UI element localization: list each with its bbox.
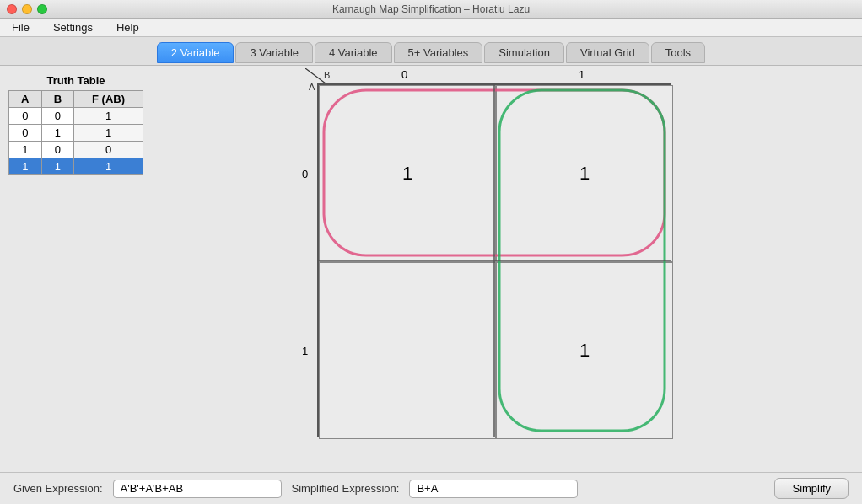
cell-a: 0 [9, 108, 42, 125]
kmap-cell-00: 1 [319, 85, 496, 262]
truth-table-row[interactable]: 100 [9, 142, 143, 158]
cell-b: 0 [41, 142, 74, 158]
tab-simulation[interactable]: Simulation [484, 42, 564, 63]
kmap-cell-01: 1 [496, 85, 673, 262]
menu-settings[interactable]: Settings [48, 19, 98, 35]
col-label-1: 1 [579, 68, 585, 81]
tab-tools[interactable]: Tools [651, 42, 705, 63]
col-header-b: B [41, 91, 74, 108]
truth-table-row[interactable]: 111 [9, 158, 143, 175]
minimize-button[interactable] [22, 4, 32, 14]
cell-b: 0 [41, 108, 74, 125]
truth-table-title: Truth Table [8, 74, 143, 87]
close-button[interactable] [7, 4, 17, 14]
window-title: Karnaugh Map Simplification – Horatiu La… [332, 3, 530, 15]
title-bar: Karnaugh Map Simplification – Horatiu La… [0, 0, 862, 19]
kmap-cell-10 [319, 262, 496, 439]
svg-text:A: A [309, 82, 315, 92]
kmap-area: B A 0 1 0 1 1 1 1 [152, 74, 854, 464]
truth-table-row[interactable]: 011 [9, 125, 143, 142]
cell-value-01: 1 [579, 163, 590, 185]
cell-f: 1 [74, 108, 143, 125]
row-label-0: 0 [302, 168, 308, 180]
col-header-f: F (AB) [74, 91, 143, 108]
truth-table: A B F (AB) 001011100111 [8, 90, 143, 175]
truth-table-section: Truth Table A B F (AB) 001011100111 [8, 74, 143, 464]
cell-f: 0 [74, 142, 143, 158]
simplified-expression-input[interactable] [409, 480, 578, 498]
tab-2variable[interactable]: 2 Variable [157, 42, 234, 63]
menu-file[interactable]: File [7, 19, 35, 35]
cell-a: 0 [9, 125, 42, 142]
col-label-0: 0 [401, 68, 407, 81]
kmap-container: B A 0 1 0 1 1 1 1 [317, 83, 688, 454]
cell-f: 1 [74, 158, 143, 175]
menu-bar: File Settings Help [0, 19, 862, 37]
svg-text:B: B [324, 70, 330, 80]
cell-f: 1 [74, 125, 143, 142]
given-expression-label: Given Expression: [13, 482, 103, 495]
tab-4variable[interactable]: 4 Variable [315, 42, 392, 63]
row-label-1: 1 [302, 345, 308, 357]
cell-a: 1 [9, 158, 42, 175]
cell-b: 1 [41, 158, 74, 175]
cell-b: 1 [41, 125, 74, 142]
kmap-cell-11: 1 [496, 262, 673, 439]
menu-help[interactable]: Help [111, 19, 144, 35]
maximize-button[interactable] [37, 4, 47, 14]
simplify-button[interactable]: Simplify [774, 478, 849, 499]
col-header-a: A [9, 91, 42, 108]
cell-value-00: 1 [402, 163, 412, 185]
kmap-grid: 1 1 1 [317, 83, 671, 437]
given-expression-input[interactable] [113, 480, 282, 498]
tab-virtualgrid[interactable]: Virtual Grid [566, 42, 649, 63]
cell-value-11: 1 [579, 340, 590, 362]
simplified-expression-label: Simplified Expression: [292, 482, 400, 495]
bottom-bar: Given Expression: Simplified Expression:… [0, 472, 862, 504]
tab-5plus[interactable]: 5+ Variables [394, 42, 483, 63]
window-controls [7, 4, 47, 14]
tab-3variable[interactable]: 3 Variable [235, 42, 313, 63]
cell-a: 1 [9, 142, 42, 158]
main-content: Truth Table A B F (AB) 001011100111 B A [0, 66, 862, 472]
truth-table-row[interactable]: 001 [9, 108, 143, 125]
tab-bar: 2 Variable 3 Variable 4 Variable 5+ Vari… [0, 37, 862, 66]
